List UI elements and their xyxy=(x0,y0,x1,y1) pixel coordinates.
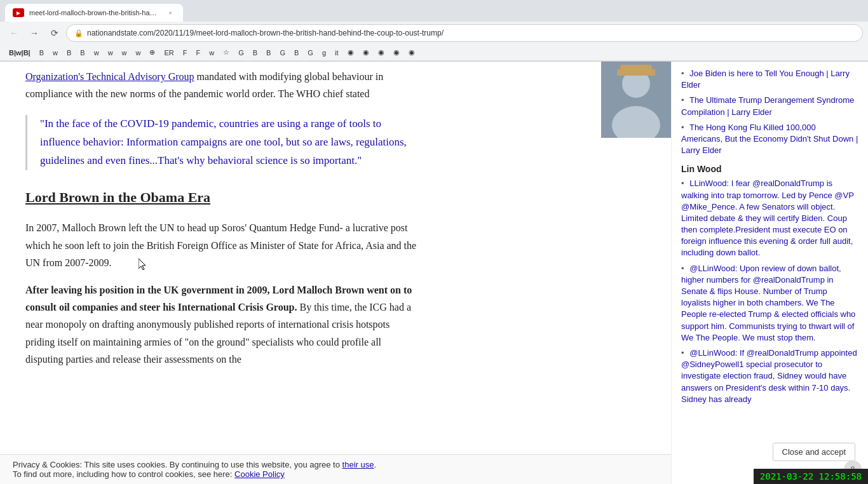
cookie-banner: Privacy & Cookies: This site uses cookie… xyxy=(0,454,671,484)
bookmark-item[interactable]: w xyxy=(205,48,218,58)
tab-favicon xyxy=(13,8,24,17)
list-item: LLinWood: I fear @realDonaldTrump is wal… xyxy=(681,178,858,259)
article-area: Organization's Technical Advisory Group … xyxy=(0,62,671,484)
bookmark-item[interactable]: G xyxy=(276,48,289,58)
url-text: nationandstate.com/2020/11/19/meet-lord-… xyxy=(87,29,444,37)
bookmark-item[interactable]: G xyxy=(234,48,248,58)
article-intro-text: Organization's Technical Advisory Group … xyxy=(25,68,419,102)
bookmark-item[interactable]: ◉ xyxy=(405,47,419,58)
address-bar[interactable]: 🔒 nationandstate.com/2020/11/19/meet-lor… xyxy=(66,24,863,42)
list-item: Joe Biden is here to Tell You Enough | L… xyxy=(681,68,858,91)
forward-button[interactable]: → xyxy=(25,24,43,42)
navigation-toolbar: ← → ⟳ 🔒 nationandstate.com/2020/11/19/me… xyxy=(0,22,868,44)
sidebar-link-trump-derangement[interactable]: The Ultimate Trump Derangement Syndrome … xyxy=(681,95,854,116)
profile-placeholder xyxy=(601,62,671,138)
bookmark-item[interactable]: ⊕ xyxy=(146,47,159,58)
cookie-text-line2: To find out more, including how to contr… xyxy=(13,469,658,479)
cookie-policy-link[interactable]: Cookie Policy xyxy=(234,469,285,479)
cookie-text-main: Privacy & Cookies: This site uses cookie… xyxy=(13,460,342,469)
bookmark-item[interactable]: B|w|B| xyxy=(5,48,34,58)
section-heading: Lord Brown in the Obama Era xyxy=(25,185,419,209)
lin-wood-list: LLinWood: I fear @realDonaldTrump is wal… xyxy=(681,178,858,405)
advisory-link[interactable]: Organization's Technical Advisory Group xyxy=(25,71,194,82)
page-container: Organization's Technical Advisory Group … xyxy=(0,62,868,484)
sidebar-link-llinwood2[interactable]: @LLinWood: Upon review of down ballot, h… xyxy=(681,264,855,342)
bookmarks-bar: B|w|B| B w B B w w w w ⊕ ER F F w ☆ G B … xyxy=(0,44,868,61)
bookmark-item[interactable]: w xyxy=(104,48,117,58)
list-item: @LLinWood: If @realDonaldTrump appointed… xyxy=(681,347,858,405)
bookmark-item[interactable]: B xyxy=(63,48,75,58)
tab-label: meet-lord-malloch-brown-the-british-hand… xyxy=(29,9,160,17)
bookmark-item[interactable]: ◉ xyxy=(344,47,358,58)
bookmark-item[interactable]: ◉ xyxy=(390,47,403,58)
bookmark-item[interactable]: it xyxy=(331,48,342,58)
list-item: The Ultimate Trump Derangement Syndrome … xyxy=(681,95,858,118)
browser-chrome: meet-lord-malloch-brown-the-british-hand… xyxy=(0,0,868,62)
timestamp-bar: 2021-03-22 12:58:58 xyxy=(754,469,868,484)
article-para2: After leaving his position in the UK gov… xyxy=(25,281,419,368)
bookmark-item[interactable]: w xyxy=(118,48,131,58)
bookmark-item[interactable]: B xyxy=(36,48,48,58)
cookie-their-use-link[interactable]: their use xyxy=(342,460,374,469)
svg-rect-4 xyxy=(620,65,652,71)
list-item: @LLinWood: Upon review of down ballot, h… xyxy=(681,263,858,344)
bookmark-item[interactable]: g xyxy=(318,48,330,58)
sidebar-link-hong-kong[interactable]: The Hong Kong Flu Killed 100,000 America… xyxy=(681,123,858,155)
bookmark-item[interactable]: F xyxy=(193,48,205,58)
list-item: The Hong Kong Flu Killed 100,000 America… xyxy=(681,122,858,157)
bookmark-item[interactable]: w xyxy=(90,48,103,58)
blockquote-text: "In the face of the COVID-19 pandemic, c… xyxy=(40,115,419,170)
tab-close-icon[interactable]: × xyxy=(165,8,175,18)
sidebar-link[interactable]: Joe Biden is here to Tell You Enough | L… xyxy=(681,69,850,90)
bookmark-item[interactable]: G xyxy=(304,48,317,58)
bookmark-item[interactable]: w xyxy=(49,48,62,58)
close-accept-button[interactable]: Close and accept xyxy=(773,443,855,461)
lock-icon: 🔒 xyxy=(74,29,83,37)
article-content: Organization's Technical Advisory Group … xyxy=(25,62,419,384)
blockquote-section: "In the face of the COVID-19 pandemic, c… xyxy=(25,115,419,170)
bookmark-item[interactable]: B xyxy=(76,48,88,58)
sidebar: Joe Biden is here to Tell You Enough | L… xyxy=(671,62,868,484)
larry-elder-list: Joe Biden is here to Tell You Enough | L… xyxy=(681,68,858,156)
active-tab[interactable]: meet-lord-malloch-brown-the-british-hand… xyxy=(5,4,183,22)
article-para1: In 2007, Malloch Brown left the UN to he… xyxy=(25,219,419,271)
bookmark-item[interactable]: B xyxy=(249,48,261,58)
bookmark-item[interactable]: B xyxy=(290,48,302,58)
bookmark-item[interactable]: ◉ xyxy=(374,47,388,58)
cookie-text-line1: Privacy & Cookies: This site uses cookie… xyxy=(13,460,658,469)
bookmark-item[interactable]: F xyxy=(179,48,191,58)
sidebar-link-llinwood3[interactable]: @LLinWood: If @realDonaldTrump appointed… xyxy=(681,348,857,404)
bookmark-item[interactable]: ER xyxy=(160,48,177,58)
cookie-more-info: To find out more, including how to contr… xyxy=(13,469,234,479)
tab-bar: meet-lord-malloch-brown-the-british-hand… xyxy=(0,0,868,22)
profile-image xyxy=(601,62,671,138)
reload-button[interactable]: ⟳ xyxy=(46,24,64,42)
bookmark-item[interactable]: ☆ xyxy=(219,47,233,58)
sidebar-link-llinwood1[interactable]: LLinWood: I fear @realDonaldTrump is wal… xyxy=(681,178,854,257)
bookmark-item[interactable]: w xyxy=(132,48,145,58)
cookie-period: . xyxy=(374,460,376,469)
bookmark-item[interactable]: B xyxy=(262,48,275,58)
bookmark-item[interactable]: ◉ xyxy=(359,47,373,58)
lin-wood-author: Lin Wood xyxy=(681,164,858,174)
back-button[interactable]: ← xyxy=(5,24,23,42)
